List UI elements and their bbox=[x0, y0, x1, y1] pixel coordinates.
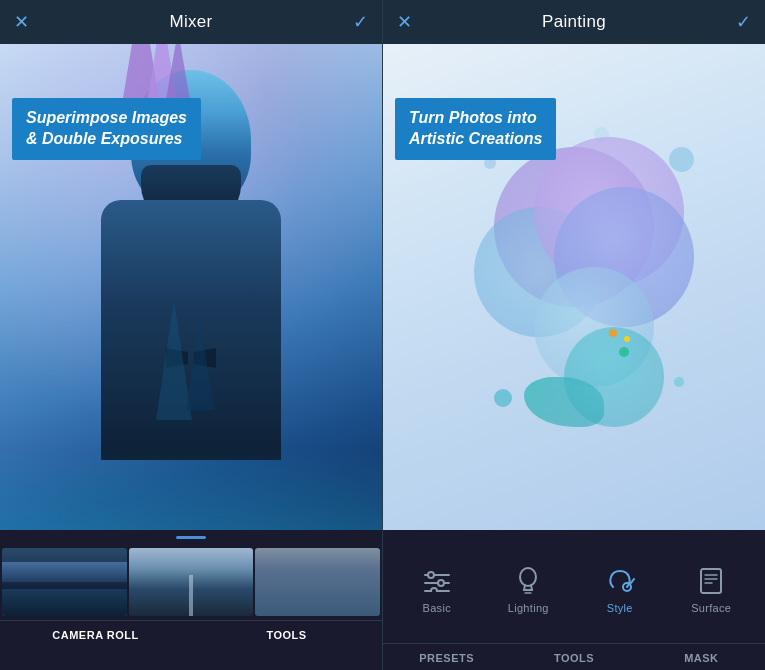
right-close-button[interactable] bbox=[397, 11, 412, 33]
left-title: Mixer bbox=[169, 12, 212, 32]
thumbnail-2[interactable] bbox=[129, 548, 254, 616]
left-tab-camera-roll[interactable]: CAMERA ROLL bbox=[0, 621, 191, 647]
splash-4 bbox=[669, 147, 694, 172]
tool-lighting[interactable]: Lighting bbox=[498, 565, 558, 614]
left-panel: Mixer Superimpose Images& Double Exposur… bbox=[0, 0, 382, 670]
watercolor-flower bbox=[434, 127, 714, 447]
left-header: Mixer bbox=[0, 0, 382, 44]
splash-6 bbox=[494, 389, 512, 407]
splash-5 bbox=[674, 377, 684, 387]
left-headline-label: Superimpose Images& Double Exposures bbox=[12, 98, 201, 160]
dot-orange bbox=[609, 329, 617, 337]
dot-yellow bbox=[624, 336, 630, 342]
man-body bbox=[101, 200, 281, 460]
left-confirm-button[interactable] bbox=[353, 11, 368, 33]
lighting-icon bbox=[512, 565, 544, 597]
left-tab-tools[interactable]: TOOLS bbox=[191, 621, 382, 647]
thumbnails-row bbox=[0, 530, 382, 620]
svg-point-1 bbox=[428, 572, 434, 578]
right-panel: Painting Turn Photos intoArtistic Creati… bbox=[382, 0, 765, 670]
svg-point-5 bbox=[431, 588, 437, 592]
right-header: Painting bbox=[383, 0, 765, 44]
tools-row: Basic Lighting bbox=[383, 530, 765, 643]
basic-label: Basic bbox=[423, 602, 451, 614]
basic-icon bbox=[421, 565, 453, 597]
right-bottom-tabs: PRESETS TOOLS MASK bbox=[383, 643, 765, 670]
right-confirm-button[interactable] bbox=[736, 11, 751, 33]
right-tab-mask[interactable]: MASK bbox=[638, 644, 765, 670]
style-label: Style bbox=[607, 602, 633, 614]
left-bottom: CAMERA ROLL TOOLS bbox=[0, 530, 382, 670]
right-tab-presets[interactable]: PRESETS bbox=[383, 644, 510, 670]
dot-teal bbox=[619, 347, 629, 357]
splash-7 bbox=[696, 177, 704, 185]
right-tab-tools[interactable]: TOOLS bbox=[510, 644, 637, 670]
surface-icon bbox=[695, 565, 727, 597]
tool-surface[interactable]: Surface bbox=[681, 565, 741, 614]
thumbnail-3[interactable] bbox=[255, 548, 380, 616]
svg-point-6 bbox=[520, 568, 536, 586]
svg-rect-13 bbox=[701, 569, 721, 593]
lighting-label: Lighting bbox=[508, 602, 549, 614]
svg-point-3 bbox=[438, 580, 444, 586]
svg-line-12 bbox=[631, 579, 634, 583]
style-icon bbox=[604, 565, 636, 597]
left-main-image: Superimpose Images& Double Exposures bbox=[0, 44, 382, 530]
right-main-image: Turn Photos intoArtistic Creations bbox=[383, 44, 765, 530]
surface-label: Surface bbox=[691, 602, 731, 614]
right-bottom: Basic Lighting bbox=[383, 530, 765, 670]
thumbnail-1[interactable] bbox=[2, 548, 127, 616]
tool-basic[interactable]: Basic bbox=[407, 565, 467, 614]
right-title: Painting bbox=[542, 12, 606, 32]
left-close-button[interactable] bbox=[14, 11, 29, 33]
scroll-indicator bbox=[176, 536, 206, 539]
right-headline-label: Turn Photos intoArtistic Creations bbox=[395, 98, 556, 160]
tool-style[interactable]: Style bbox=[590, 565, 650, 614]
left-bottom-tabs: CAMERA ROLL TOOLS bbox=[0, 620, 382, 647]
